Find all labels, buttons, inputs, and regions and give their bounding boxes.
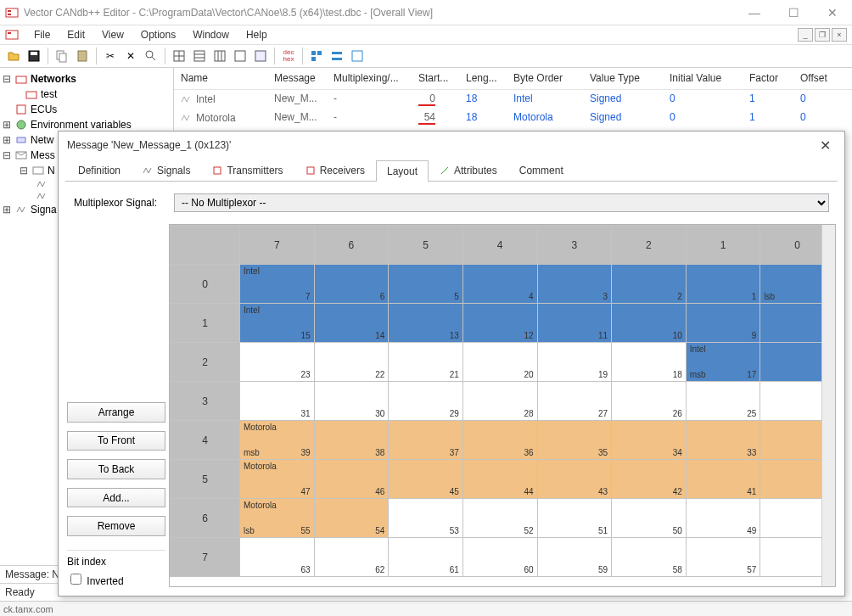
bit-cell[interactable]: 50 (612, 499, 687, 538)
cut-icon[interactable]: ✂ (102, 48, 119, 64)
bit-cell[interactable]: 26 (612, 382, 687, 421)
tab-definition[interactable]: Definition (67, 160, 132, 181)
bit-cell[interactable]: Intelmsb17 (686, 343, 760, 382)
grid4-icon[interactable] (232, 48, 249, 64)
inverted-checkbox[interactable]: Inverted (67, 571, 165, 587)
col-mux[interactable]: Multiplexing/... (327, 68, 412, 89)
bit-cell[interactable]: 33 (686, 421, 760, 460)
col-len[interactable]: Leng... (459, 68, 507, 89)
multiplexor-select[interactable]: -- No Multiplexor -- (174, 193, 829, 212)
find-icon[interactable] (143, 48, 160, 64)
add-button[interactable]: Add... (67, 488, 165, 508)
grid3-icon[interactable] (211, 48, 228, 64)
dechex-icon[interactable]: dechex (280, 48, 297, 64)
col-start[interactable]: Start... (412, 68, 459, 89)
grid-row[interactable]: IntelNew_M...-018IntelSigned010 (174, 90, 852, 109)
bit-cell[interactable]: Motorolalsb55 (240, 499, 315, 538)
bit-cell[interactable]: 1 (686, 265, 760, 304)
menu-options[interactable]: Options (134, 27, 182, 42)
tree-networks[interactable]: ⊟Networks (2, 71, 171, 87)
bit-cell[interactable]: 2 (612, 265, 687, 304)
col-order[interactable]: Byte Order (507, 68, 583, 89)
bit-cell[interactable]: 10 (612, 304, 687, 343)
grid5-icon[interactable] (252, 48, 269, 64)
menu-view[interactable]: View (95, 27, 131, 42)
menu-window[interactable]: Window (186, 27, 236, 42)
tab-signals[interactable]: Signals (132, 160, 201, 181)
tab-transmitters[interactable]: Transmitters (201, 160, 294, 181)
tree-ecus[interactable]: ECUs (2, 102, 171, 117)
mdi-minimize[interactable]: _ (798, 28, 813, 42)
save-icon[interactable] (25, 48, 42, 64)
bit-cell[interactable]: 20 (462, 343, 537, 382)
bit-cell[interactable]: 6 (314, 265, 389, 304)
remove-button[interactable]: Remove (67, 516, 165, 536)
bit-cell[interactable]: 14 (314, 304, 389, 343)
bit-cell[interactable]: 13 (389, 304, 463, 343)
col-vtype[interactable]: Value Type (583, 68, 663, 89)
bit-cell[interactable]: 46 (314, 460, 389, 499)
delete-icon[interactable]: ✕ (122, 48, 139, 64)
bit-cell[interactable]: 5 (389, 265, 463, 304)
bit-cell[interactable]: 35 (537, 421, 612, 460)
bit-cell[interactable]: 9 (686, 304, 760, 343)
paste-icon[interactable] (74, 48, 91, 64)
bit-cell[interactable]: 34 (612, 421, 687, 460)
col-message[interactable]: Message (267, 68, 327, 89)
bit-cell[interactable]: 12 (462, 304, 537, 343)
bit-cell[interactable]: 29 (389, 382, 463, 421)
bit-cell[interactable]: 62 (314, 538, 389, 577)
bit-cell[interactable]: 30 (314, 382, 389, 421)
col-name[interactable]: Name (174, 68, 267, 89)
bit-cell[interactable]: 57 (686, 538, 760, 577)
bit-cell[interactable]: 37 (389, 421, 463, 460)
bit-cell[interactable]: 45 (389, 460, 463, 499)
bit-cell[interactable]: 44 (462, 460, 537, 499)
tree-test[interactable]: test (2, 87, 171, 102)
bit-cell[interactable]: 18 (612, 343, 687, 382)
bit-cell[interactable]: 25 (686, 382, 760, 421)
bit-cell[interactable]: 28 (462, 382, 537, 421)
dialog-close-button[interactable]: ✕ (815, 136, 836, 155)
bit-cell[interactable]: 11 (537, 304, 612, 343)
vertical-scrollbar[interactable] (821, 225, 835, 586)
col-offset[interactable]: Offset (793, 68, 836, 89)
bit-cell[interactable]: 53 (389, 499, 463, 538)
tab-receivers[interactable]: Receivers (294, 160, 376, 181)
grid-row[interactable]: MotorolaNew_M...-5418MotorolaSigned010 (174, 109, 852, 127)
tab-layout[interactable]: Layout (376, 160, 429, 182)
bit-cell[interactable]: Intel7 (240, 265, 315, 304)
bit-cell[interactable]: 21 (389, 343, 463, 382)
bit-cell[interactable]: 49 (686, 499, 760, 538)
bit-cell[interactable]: Motorolamsb39 (240, 421, 315, 460)
bit-cell[interactable]: 54 (314, 499, 389, 538)
menu-edit[interactable]: Edit (60, 27, 92, 42)
toback-button[interactable]: To Back (67, 459, 165, 479)
bit-cell[interactable]: 58 (612, 538, 687, 577)
bit-cell[interactable]: 3 (537, 265, 612, 304)
bit-cell[interactable]: 60 (462, 538, 537, 577)
bit-cell[interactable]: 38 (314, 421, 389, 460)
bit-cell[interactable]: Motorola47 (240, 460, 315, 499)
menu-file[interactable]: File (27, 27, 57, 42)
bit-cell[interactable]: 36 (462, 421, 537, 460)
col-init[interactable]: Initial Value (663, 68, 743, 89)
bit-cell[interactable]: 61 (389, 538, 463, 577)
maximize-button[interactable]: ☐ (774, 0, 813, 25)
bit-cell[interactable]: 43 (537, 460, 612, 499)
bit-cell[interactable]: 31 (240, 382, 315, 421)
mdi-restore[interactable]: ❐ (815, 28, 830, 42)
bit-cell[interactable]: 52 (462, 499, 537, 538)
col-factor[interactable]: Factor (743, 68, 793, 89)
copy-icon[interactable] (53, 48, 70, 64)
struct2-icon[interactable] (328, 48, 345, 64)
struct3-icon[interactable] (349, 48, 366, 64)
tofront-button[interactable]: To Front (67, 431, 165, 451)
close-button[interactable]: ✕ (813, 0, 852, 25)
minimize-button[interactable]: — (735, 0, 774, 25)
bit-cell[interactable]: 42 (612, 460, 687, 499)
tab-attributes[interactable]: Attributes (429, 160, 508, 181)
mdi-close[interactable]: × (832, 28, 847, 42)
bit-cell[interactable]: 63 (240, 538, 315, 577)
bit-layout-grid[interactable]: 765432100Intel7654321lsb01Intel151413121… (169, 224, 836, 587)
